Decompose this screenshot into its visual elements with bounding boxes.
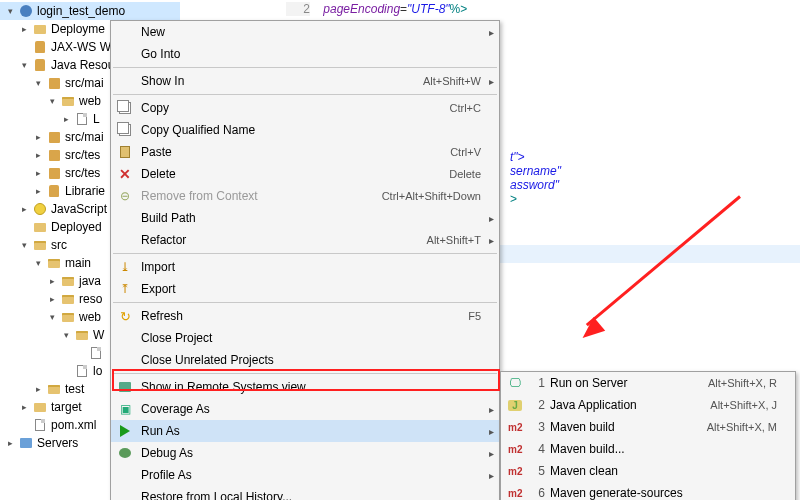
tree-label: main bbox=[65, 256, 91, 270]
folder-open-icon bbox=[46, 255, 62, 271]
tree-twisty[interactable]: ▸ bbox=[32, 383, 44, 395]
menu-index: 1 bbox=[531, 376, 545, 390]
menu-item-import[interactable]: ⤓Import bbox=[111, 256, 499, 278]
tree-twisty[interactable]: ▸ bbox=[46, 275, 58, 287]
menu-item-copy[interactable]: CopyCtrl+C bbox=[111, 97, 499, 119]
tree-twisty[interactable]: ▸ bbox=[18, 401, 30, 413]
menu-label: Go Into bbox=[141, 47, 481, 61]
tree-label: src bbox=[51, 238, 67, 252]
maven-icon: m2 bbox=[505, 463, 525, 479]
blank-icon bbox=[115, 73, 135, 89]
menu-item-refresh[interactable]: ↻RefreshF5 bbox=[111, 305, 499, 327]
blank-icon bbox=[115, 330, 135, 346]
tree-label: web bbox=[79, 310, 101, 324]
code-editor[interactable]: 2 pageEncoding="UTF-8"%> bbox=[280, 0, 800, 18]
menu-index: 2 bbox=[531, 398, 545, 412]
tree-label: L bbox=[93, 112, 100, 126]
menu-label: Java Application bbox=[550, 398, 710, 412]
menu-item-paste[interactable]: PasteCtrl+V bbox=[111, 141, 499, 163]
tree-label: Librarie bbox=[65, 184, 105, 198]
tree-twisty[interactable] bbox=[18, 221, 30, 233]
menu-item-show-in-remote-systems-view[interactable]: Show in Remote Systems view bbox=[111, 376, 499, 398]
paste-icon bbox=[115, 144, 135, 160]
tree-twisty[interactable]: ▾ bbox=[32, 257, 44, 269]
menu-item-run-as[interactable]: Run As bbox=[111, 420, 499, 442]
menu-item-delete[interactable]: ✕DeleteDelete bbox=[111, 163, 499, 185]
folder-open-icon bbox=[60, 309, 76, 325]
copy-icon bbox=[115, 100, 135, 116]
folder-icon bbox=[32, 219, 48, 235]
tree-twisty[interactable]: ▾ bbox=[46, 311, 58, 323]
tree-twisty[interactable] bbox=[74, 347, 86, 359]
tree-label: Deployed bbox=[51, 220, 102, 234]
menu-accelerator: Alt+Shift+T bbox=[427, 234, 481, 246]
menu-separator bbox=[113, 373, 497, 374]
menu-item-refactor[interactable]: RefactorAlt+Shift+T bbox=[111, 229, 499, 251]
menu-label: New bbox=[141, 25, 481, 39]
tree-twisty[interactable]: ▾ bbox=[60, 329, 72, 341]
menu-item-close-project[interactable]: Close Project bbox=[111, 327, 499, 349]
menu-item-copy-qualified-name[interactable]: Copy Qualified Name bbox=[111, 119, 499, 141]
file-icon bbox=[88, 345, 104, 361]
java-icon: J bbox=[505, 397, 525, 413]
tree-twisty[interactable]: ▸ bbox=[32, 185, 44, 197]
tree-label: test bbox=[65, 382, 84, 396]
tree-item[interactable]: ▾login_test_demo bbox=[0, 2, 180, 20]
tree-twisty[interactable]: ▾ bbox=[4, 5, 16, 17]
runas-item-maven-build[interactable]: m24Maven build... bbox=[501, 438, 795, 460]
menu-label: Maven clean bbox=[550, 464, 777, 478]
menu-item-new[interactable]: New bbox=[111, 21, 499, 43]
menu-label: Copy bbox=[141, 101, 450, 115]
tree-twisty[interactable]: ▾ bbox=[18, 59, 30, 71]
runas-item-java-application[interactable]: J2Java ApplicationAlt+Shift+X, J bbox=[501, 394, 795, 416]
tree-twisty[interactable]: ▸ bbox=[18, 203, 30, 215]
menu-item-debug-as[interactable]: Debug As bbox=[111, 442, 499, 464]
runas-item-maven-build[interactable]: m23Maven buildAlt+Shift+X, M bbox=[501, 416, 795, 438]
menu-item-profile-as[interactable]: Profile As bbox=[111, 464, 499, 486]
tree-twisty[interactable] bbox=[60, 365, 72, 377]
menu-label: Restore from Local History... bbox=[141, 490, 481, 500]
folder-open-icon bbox=[60, 273, 76, 289]
maven-icon: m2 bbox=[505, 441, 525, 457]
menu-label: Show in Remote Systems view bbox=[141, 380, 481, 394]
blank-icon bbox=[115, 352, 135, 368]
tree-label: src/tes bbox=[65, 148, 100, 162]
menu-label: Refresh bbox=[141, 309, 468, 323]
file-icon bbox=[74, 363, 90, 379]
runas-item-maven-clean[interactable]: m25Maven clean bbox=[501, 460, 795, 482]
menu-label: Maven generate-sources bbox=[550, 486, 777, 500]
tree-label: src/mai bbox=[65, 130, 104, 144]
menu-accelerator: Ctrl+V bbox=[450, 146, 481, 158]
tree-twisty[interactable] bbox=[18, 41, 30, 53]
folder-open-icon bbox=[74, 327, 90, 343]
menu-label: Export bbox=[141, 282, 481, 296]
tree-twisty[interactable]: ▸ bbox=[32, 131, 44, 143]
tree-twisty[interactable]: ▾ bbox=[32, 77, 44, 89]
pkg-icon bbox=[46, 147, 62, 163]
menu-accelerator: Delete bbox=[449, 168, 481, 180]
pkg-icon bbox=[46, 129, 62, 145]
tree-twisty[interactable]: ▾ bbox=[18, 239, 30, 251]
menu-item-build-path[interactable]: Build Path bbox=[111, 207, 499, 229]
runas-item-maven-generate-sources[interactable]: m26Maven generate-sources bbox=[501, 482, 795, 500]
menu-index: 3 bbox=[531, 420, 545, 434]
tree-twisty[interactable]: ▸ bbox=[18, 23, 30, 35]
menu-item-export[interactable]: ⤒Export bbox=[111, 278, 499, 300]
tree-twisty[interactable]: ▸ bbox=[32, 149, 44, 161]
menu-item-close-unrelated-projects[interactable]: Close Unrelated Projects bbox=[111, 349, 499, 371]
menu-item-coverage-as[interactable]: ▣Coverage As bbox=[111, 398, 499, 420]
tree-twisty[interactable]: ▸ bbox=[60, 113, 72, 125]
tree-twisty[interactable]: ▸ bbox=[32, 167, 44, 179]
tree-twisty[interactable] bbox=[18, 419, 30, 431]
tree-twisty[interactable]: ▸ bbox=[46, 293, 58, 305]
menu-item-restore-from-local-history[interactable]: Restore from Local History... bbox=[111, 486, 499, 500]
tree-twisty[interactable]: ▾ bbox=[46, 95, 58, 107]
file-icon bbox=[74, 111, 90, 127]
blank-icon bbox=[115, 210, 135, 226]
tree-twisty[interactable]: ▸ bbox=[4, 437, 16, 449]
runas-item-run-on-server[interactable]: 🖵1Run on ServerAlt+Shift+X, R bbox=[501, 372, 795, 394]
menu-item-show-in[interactable]: Show InAlt+Shift+W bbox=[111, 70, 499, 92]
copy-icon bbox=[115, 122, 135, 138]
menu-item-go-into[interactable]: Go Into bbox=[111, 43, 499, 65]
menu-item-remove-from-context[interactable]: ⊖Remove from ContextCtrl+Alt+Shift+Down bbox=[111, 185, 499, 207]
